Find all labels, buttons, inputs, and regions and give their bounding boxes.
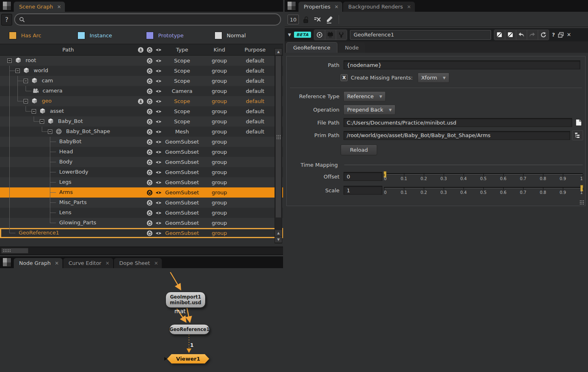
scale-slider[interactable]: 00.10.20.30.40.50.60.70.80.91: [384, 185, 583, 196]
table-row[interactable]: root Scope group default: [0, 56, 283, 66]
table-row[interactable]: Misc_Parts GeomSubset group: [0, 198, 283, 208]
record-icon[interactable]: [314, 30, 325, 40]
column-header-purpose[interactable]: Purpose: [238, 47, 273, 53]
reload-button[interactable]: Reload: [341, 144, 377, 155]
load-icon[interactable]: [136, 47, 145, 53]
offset-slider[interactable]: 00.10.20.30.40.50.60.70.80.91: [384, 171, 583, 182]
table-row[interactable]: Baby_Bot_Shape Mesh group default: [0, 127, 283, 137]
tab-node-graph[interactable]: Node Graph ✕: [14, 258, 62, 268]
eye-icon[interactable]: [154, 177, 163, 187]
refresh-icon[interactable]: [538, 30, 549, 40]
close-icon[interactable]: ✕: [57, 4, 61, 9]
tab-node[interactable]: Node: [339, 43, 365, 53]
panel-menu-icon[interactable]: [287, 1, 296, 11]
tab-georeference[interactable]: GeoReference: [286, 42, 337, 53]
power-icon[interactable]: [145, 137, 154, 147]
power-icon[interactable]: [145, 76, 154, 86]
eye-icon[interactable]: [154, 137, 163, 147]
power-icon[interactable]: [145, 127, 154, 137]
power-icon[interactable]: [145, 116, 154, 127]
vertical-scrollbar[interactable]: ▲ ▲ ▼: [275, 48, 282, 243]
eye-icon[interactable]: [154, 116, 163, 127]
eye-icon[interactable]: [154, 127, 163, 137]
power-icon[interactable]: [145, 187, 154, 198]
power-icon[interactable]: [145, 66, 154, 76]
table-row[interactable]: cam Scope group default: [0, 76, 283, 86]
offset-field[interactable]: 0: [343, 172, 382, 181]
table-row[interactable]: geo Scope group default: [0, 96, 283, 106]
power-icon[interactable]: [145, 56, 154, 66]
collapse-triangle-icon[interactable]: ▼: [288, 32, 291, 37]
table-row[interactable]: Legs GeomSubset group: [0, 177, 283, 187]
table-row[interactable]: Glowing_Parts GeomSubset group: [0, 218, 283, 228]
parameter-flag-icon[interactable]: [494, 30, 505, 40]
close-icon[interactable]: ✕: [335, 4, 339, 9]
redo-icon[interactable]: [527, 30, 538, 40]
help-icon[interactable]: ?: [552, 32, 555, 38]
node-graph-canvas[interactable]: GeoImport1 minibot.usd mat GeoReference1…: [0, 268, 283, 372]
power-icon[interactable]: [145, 228, 154, 238]
create-missing-parents-checkbox[interactable]: X: [341, 74, 348, 81]
eye-icon[interactable]: [154, 208, 163, 218]
tab-scene-graph[interactable]: Scene Graph ✕: [14, 2, 65, 12]
power-icon[interactable]: [145, 167, 154, 177]
power-icon[interactable]: [145, 198, 154, 208]
eye-icon[interactable]: [154, 198, 163, 208]
eye-icon[interactable]: [154, 76, 163, 86]
power-icon[interactable]: [145, 47, 154, 53]
table-row[interactable]: Arms GeomSubset group: [0, 187, 283, 198]
eye-icon[interactable]: [154, 56, 163, 66]
help-button[interactable]: ?: [1, 14, 12, 26]
wrench-icon[interactable]: [336, 30, 347, 40]
path-field[interactable]: {nodename}: [343, 60, 580, 69]
xform-dropdown[interactable]: Xform ▼: [418, 73, 449, 83]
close-icon[interactable]: ✕: [567, 32, 571, 38]
tab-curve-editor[interactable]: Curve Editor ✕: [63, 258, 113, 268]
scale-field[interactable]: 1: [343, 186, 382, 195]
power-icon[interactable]: [145, 86, 154, 96]
eye-icon[interactable]: [154, 218, 163, 228]
scroll-up-button[interactable]: ▲: [275, 49, 282, 55]
node-viewer1[interactable]: Viewer1: [167, 354, 209, 363]
node-georeference1[interactable]: GeoReference1: [169, 324, 210, 335]
power-icon[interactable]: [145, 96, 154, 106]
frame-field[interactable]: 10: [288, 15, 299, 24]
power-icon[interactable]: [145, 147, 154, 157]
column-header-kind[interactable]: Kind: [201, 47, 238, 53]
table-row[interactable]: world Scope group default: [0, 66, 283, 76]
power-icon[interactable]: [145, 177, 154, 187]
clear-expression-icon[interactable]: [313, 16, 322, 23]
operation-dropdown[interactable]: Prepend Back ▼: [343, 105, 395, 115]
column-header-path[interactable]: Path: [0, 47, 136, 53]
eye-icon[interactable]: [154, 228, 163, 238]
close-icon[interactable]: ✕: [105, 261, 109, 266]
node-geoimport1[interactable]: GeoImport1 minibot.usd: [165, 292, 206, 308]
tab-dope-sheet[interactable]: Dope Sheet ✕: [114, 258, 162, 268]
close-icon[interactable]: ✕: [55, 261, 59, 266]
power-icon[interactable]: [145, 208, 154, 218]
detach-window-icon[interactable]: [558, 32, 564, 38]
table-row[interactable]: LowerBody GeomSubset group: [0, 167, 283, 177]
eye-icon[interactable]: [154, 167, 163, 177]
parameter-flag2-icon[interactable]: [505, 30, 516, 40]
table-row[interactable]: camera Camera group default: [0, 86, 283, 96]
column-header-type[interactable]: Type: [163, 47, 201, 53]
lock-icon[interactable]: [303, 16, 310, 24]
table-row[interactable]: Head GeomSubset group: [0, 147, 283, 157]
eye-icon[interactable]: [154, 157, 163, 167]
eye-icon[interactable]: [154, 147, 163, 157]
panel-menu-icon[interactable]: [2, 1, 11, 11]
scroll-up-button[interactable]: ▲: [275, 230, 282, 237]
eye-icon[interactable]: [154, 47, 163, 53]
power-icon[interactable]: [145, 218, 154, 228]
close-icon[interactable]: ✕: [407, 4, 411, 9]
table-row[interactable]: Lens GeomSubset group: [0, 208, 283, 218]
edit-pencil-icon[interactable]: [325, 15, 333, 24]
tab-properties[interactable]: Properties ✕: [298, 2, 342, 12]
eye-icon[interactable]: [154, 106, 163, 116]
eye-icon[interactable]: [154, 96, 163, 106]
eye-icon[interactable]: [154, 86, 163, 96]
undo-icon[interactable]: [516, 30, 527, 40]
file-browser-icon[interactable]: [574, 118, 583, 127]
table-row[interactable]: Body GeomSubset group: [0, 157, 283, 167]
